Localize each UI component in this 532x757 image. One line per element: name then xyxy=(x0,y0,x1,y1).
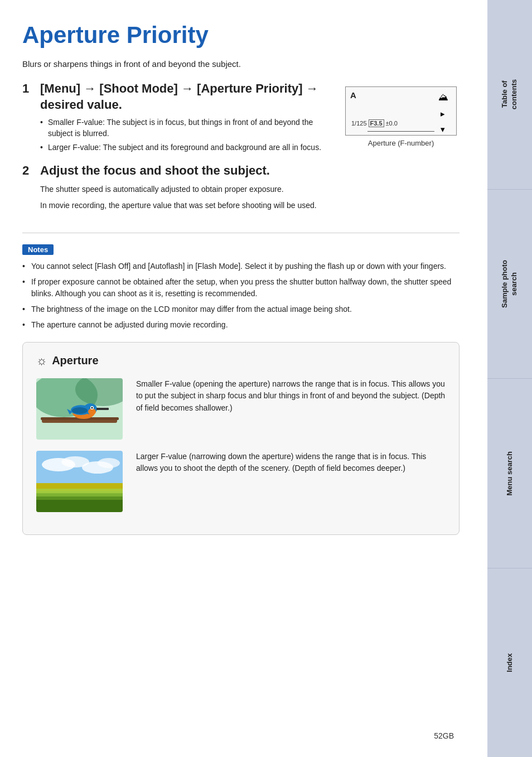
main-content: Aperture Priority Blurs or sharpens thin… xyxy=(0,0,487,757)
section-divider xyxy=(22,233,460,233)
notes-section: Notes You cannot select [Flash Off] and … xyxy=(22,244,460,331)
step-2-header: 2 Adjust the focus and shoot the subject… xyxy=(22,163,326,179)
aperture-tip-icon: ☼ xyxy=(36,354,47,368)
steps-section: 1 [Menu] → [Shoot Mode] → [Aperture Prio… xyxy=(22,81,460,221)
svg-point-18 xyxy=(98,458,120,468)
cam-shutter-row: 1/125 F3.5 ±0.0 xyxy=(351,119,398,127)
sidebar-tab-menu[interactable]: Menu search xyxy=(487,379,532,568)
step-2: 2 Adjust the focus and shoot the subject… xyxy=(22,163,326,211)
tip-text-2: Larger F-value (narrowing down the apert… xyxy=(136,451,446,475)
step-2-line-2: In movie recording, the aperture value t… xyxy=(40,200,326,211)
page-suffix: GB xyxy=(443,731,454,740)
cam-underline xyxy=(367,131,434,132)
aperture-tip-box: ☼ Aperture xyxy=(22,342,460,535)
sidebar-tab-toc[interactable]: Table ofcontents xyxy=(487,0,532,190)
sidebar-tab-menu-label: Menu search xyxy=(505,451,515,495)
svg-rect-9 xyxy=(96,408,109,410)
svg-rect-24 xyxy=(36,500,123,512)
diagram-caption: Aperture (F-number) xyxy=(368,139,434,147)
tip-image-landscape xyxy=(36,451,123,512)
sidebar-tab-toc-label: Table ofcontents xyxy=(500,79,519,109)
page-number-area: 52GB xyxy=(434,731,454,740)
step-2-title: Adjust the focus and shoot the subject. xyxy=(40,163,270,179)
sidebar-tab-index-label: Index xyxy=(505,653,515,672)
svg-point-12 xyxy=(72,407,88,414)
step-1-body: Smaller F-value: The subject is in focus… xyxy=(40,117,326,153)
page-title: Aperture Priority xyxy=(22,22,460,48)
cam-aperture-value: F3.5 xyxy=(369,119,384,127)
page-number: 52 xyxy=(434,731,443,740)
step-1: 1 [Menu] → [Shoot Mode] → [Aperture Prio… xyxy=(22,81,326,153)
notes-list: You cannot select [Flash Off] and [Autof… xyxy=(22,261,460,331)
svg-point-11 xyxy=(91,407,93,408)
bullet-item: Smaller F-value: The subject is in focus… xyxy=(40,117,326,139)
cam-arrow-down-icon: ▾ xyxy=(441,124,448,134)
sidebar-tab-sample-label: Sample photosearch xyxy=(500,260,519,308)
cam-label-a: A xyxy=(350,90,356,100)
step-1-header: 1 [Menu] → [Shoot Mode] → [Aperture Prio… xyxy=(22,81,326,113)
cam-shutter-value: 1/125 xyxy=(351,120,367,127)
cam-ev-value: ±0.0 xyxy=(386,120,398,127)
notes-item: The aperture cannot be adjusted during m… xyxy=(22,319,460,331)
camera-display: A ⛰ ▸ ▾ ⛰ 1/125 F3.5 ±0.0 xyxy=(345,86,457,136)
cam-right-icons: ⛰ ▸ ▾ ⛰ xyxy=(438,91,448,136)
notes-badge: Notes xyxy=(22,244,54,255)
sidebar-tab-index[interactable]: Index xyxy=(487,568,532,758)
tip-text-1: Smaller F-value (opening the aperture) n… xyxy=(136,378,446,414)
sidebar-tab-sample[interactable]: Sample photosearch xyxy=(487,190,532,379)
cam-icon-person-far: ⛰ xyxy=(438,91,448,103)
step-1-number: 1 xyxy=(22,81,35,96)
step-2-line-1: The shutter speed is automatically adjus… xyxy=(40,184,326,195)
tip-title: ☼ Aperture xyxy=(36,354,446,368)
page-subtitle: Blurs or sharpens things in front of and… xyxy=(22,59,460,69)
bullet-item: Larger F-value: The subject and its fore… xyxy=(40,142,326,153)
step-2-body: The shutter speed is automatically adjus… xyxy=(40,184,326,211)
sidebar: Table ofcontents Sample photosearch Menu… xyxy=(487,0,532,757)
tip-image-bird xyxy=(36,378,123,440)
aperture-diagram: A ⛰ ▸ ▾ ⛰ 1/125 F3.5 ±0.0 Ap xyxy=(342,86,460,147)
notes-item: If proper exposure cannot be obtained af… xyxy=(22,276,460,300)
tip-row-1: Smaller F-value (opening the aperture) n… xyxy=(36,378,446,440)
step-1-title: [Menu] → [Shoot Mode] → [Aperture Priori… xyxy=(40,81,326,113)
step-2-number: 2 xyxy=(22,163,35,178)
steps-left: 1 [Menu] → [Shoot Mode] → [Aperture Prio… xyxy=(22,81,326,221)
step-1-bullets: Smaller F-value: The subject is in focus… xyxy=(40,117,326,153)
cam-arrow-icon: ▸ xyxy=(441,109,448,119)
tip-row-2: Larger F-value (narrowing down the apert… xyxy=(36,451,446,512)
tip-title-label: Aperture xyxy=(52,354,98,367)
notes-item: The brightness of the image on the LCD m… xyxy=(22,303,460,315)
notes-item: You cannot select [Flash Off] and [Autof… xyxy=(22,261,460,272)
